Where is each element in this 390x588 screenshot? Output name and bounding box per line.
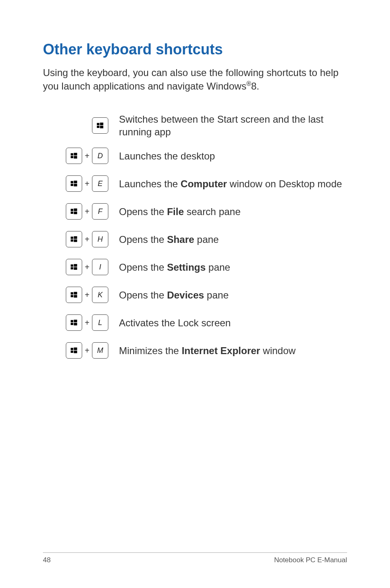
windows-key (66, 175, 82, 192)
key-combination: +M (43, 342, 108, 359)
letter-key: D (92, 148, 108, 164)
shortcut-row: +DLaunches the desktop (43, 146, 347, 166)
windows-key (66, 148, 82, 164)
text-part: window (260, 345, 296, 356)
plus-sign: + (85, 151, 90, 161)
shortcut-description: Launches the desktop (108, 150, 347, 162)
shortcut-row: +ELaunches the Computer window on Deskto… (43, 173, 347, 194)
plus-sign: + (85, 179, 90, 189)
shortcut-description: Opens the Settings pane (108, 261, 347, 274)
shortcut-description: Launches the Computer window on Desktop … (108, 177, 347, 190)
key-combination (43, 117, 108, 134)
svg-rect-22 (71, 267, 73, 269)
shortcut-row: +KOpens the Devices pane (43, 285, 347, 305)
footer-label: Notebook PC E-Manual (274, 556, 347, 564)
svg-rect-27 (74, 295, 77, 298)
windows-icon (70, 236, 78, 243)
shortcut-description: Opens the Devices pane (108, 289, 347, 301)
svg-rect-29 (74, 320, 77, 322)
svg-rect-1 (100, 123, 103, 125)
svg-rect-5 (74, 153, 77, 155)
windows-icon (70, 180, 78, 187)
shortcut-row: Switches between the Start screen and th… (43, 113, 347, 138)
shortcut-description: Opens the Share pane (108, 233, 347, 246)
key-combination: +H (43, 231, 108, 247)
bold-text: Share (167, 234, 194, 245)
svg-rect-24 (71, 292, 73, 294)
shortcut-description: Minimizes the Internet Explorer window (108, 344, 347, 357)
svg-rect-28 (71, 320, 73, 322)
text-part: search pane (184, 206, 241, 217)
letter-key: I (92, 259, 108, 275)
letter-key: L (92, 314, 108, 331)
key-combination: +E (43, 175, 108, 192)
page-number: 48 (43, 556, 51, 564)
key-combination: +D (43, 148, 108, 164)
windows-key (66, 342, 82, 359)
shortcut-row: +MMinimizes the Internet Explorer window (43, 340, 347, 361)
plus-sign: + (85, 235, 90, 244)
svg-rect-32 (71, 348, 73, 350)
shortcut-row: +HOpens the Share pane (43, 229, 347, 249)
svg-rect-30 (71, 323, 73, 325)
key-combination: +K (43, 287, 108, 303)
svg-rect-8 (71, 181, 73, 183)
text-part: window on Desktop mode (227, 178, 342, 189)
svg-rect-17 (74, 236, 77, 239)
svg-rect-23 (74, 267, 77, 270)
page-title: Other keyboard shortcuts (43, 41, 347, 58)
svg-rect-18 (71, 240, 73, 242)
text-part: Switches between the Start screen and th… (119, 114, 323, 137)
shortcut-description: Switches between the Start screen and th… (108, 113, 347, 138)
text-part: Opens the (119, 290, 167, 301)
shortcut-description: Activates the Lock screen (108, 316, 347, 329)
svg-rect-34 (71, 351, 73, 353)
plus-sign: + (85, 346, 90, 355)
bold-text: Computer (181, 178, 227, 189)
svg-rect-26 (71, 295, 73, 297)
letter-key: K (92, 287, 108, 303)
windows-icon (70, 263, 78, 271)
bold-text: Internet Explorer (182, 345, 260, 356)
svg-rect-7 (74, 156, 77, 159)
svg-rect-33 (74, 348, 77, 350)
shortcut-row: +LActivates the Lock screen (43, 312, 347, 333)
text-part: Opens the (119, 206, 167, 217)
svg-rect-21 (74, 264, 77, 267)
svg-rect-2 (97, 126, 99, 128)
shortcut-row: +IOpens the Settings pane (43, 257, 347, 277)
shortcut-list: Switches between the Start screen and th… (43, 113, 347, 361)
shortcut-description: Opens the File search pane (108, 205, 347, 218)
letter-key: H (92, 231, 108, 247)
windows-icon (70, 208, 78, 215)
svg-rect-6 (71, 156, 73, 158)
text-part: Minimizes the (119, 345, 182, 356)
windows-key (66, 231, 82, 247)
windows-key (66, 314, 82, 331)
letter-key: E (92, 175, 108, 192)
svg-rect-15 (74, 212, 77, 214)
windows-key (92, 117, 108, 134)
text-part: pane (194, 234, 219, 245)
svg-rect-11 (74, 184, 77, 186)
svg-rect-16 (71, 237, 73, 239)
text-part: Activates the Lock screen (119, 317, 231, 328)
windows-icon (70, 319, 78, 326)
intro-suffix: 8. (251, 81, 259, 92)
page-footer: 48 Notebook PC E-Manual (43, 552, 347, 564)
windows-icon (70, 291, 78, 298)
plus-sign: + (85, 207, 90, 216)
text-part: Launches the (119, 178, 181, 189)
svg-rect-10 (71, 184, 73, 186)
plus-sign: + (85, 290, 90, 300)
svg-rect-9 (74, 181, 77, 183)
plus-sign: + (85, 318, 90, 328)
svg-rect-19 (74, 240, 77, 242)
text-part: pane (204, 290, 229, 301)
registered-mark: ® (247, 80, 251, 87)
windows-icon (70, 347, 78, 354)
shortcut-row: +FOpens the File search pane (43, 201, 347, 222)
svg-rect-35 (74, 351, 77, 353)
windows-key (66, 259, 82, 275)
text-part: Opens the (119, 262, 167, 273)
